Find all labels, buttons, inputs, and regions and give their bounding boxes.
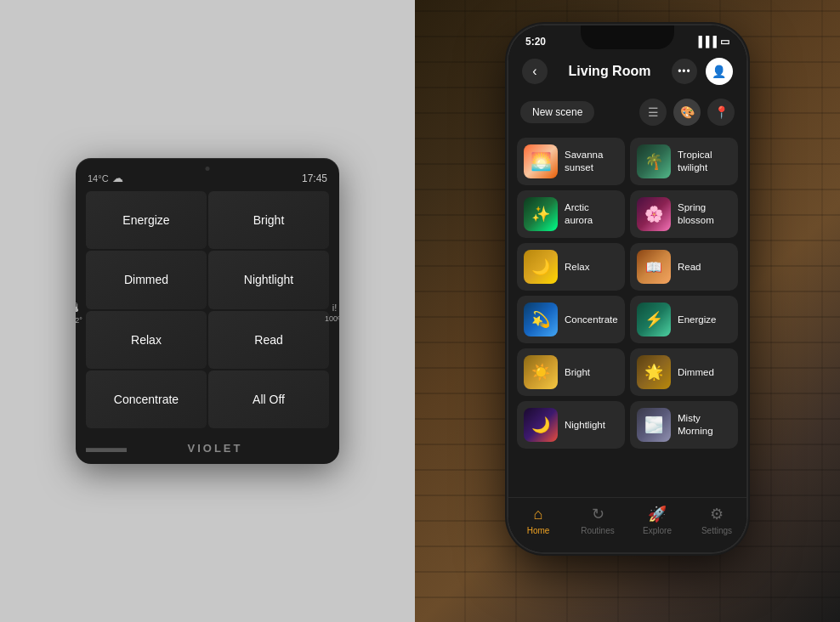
temp-label: 22° bbox=[76, 316, 82, 325]
left-panel: 14°C ☁ 17:45 🌡 22° i! 100% Energize Brig… bbox=[0, 0, 415, 622]
home-label: Home bbox=[527, 526, 550, 535]
battery-icon: ▭ bbox=[720, 36, 729, 48]
phone-nav: ‹ Living Room ••• 👤 bbox=[508, 51, 746, 92]
cloud-icon: ☁ bbox=[112, 172, 123, 184]
explore-label: Explore bbox=[643, 526, 672, 535]
left-side-indicator: 🌡 22° bbox=[76, 301, 82, 325]
scene-label-nightlight: Nightlight bbox=[565, 419, 605, 432]
avatar-icon: 👤 bbox=[712, 65, 726, 78]
scene-row-1: Savanna sunset Tropical twilight bbox=[517, 138, 738, 185]
nav-routines[interactable]: ↻ Routines bbox=[568, 505, 627, 535]
routines-label: Routines bbox=[581, 526, 614, 535]
brightness-label: 100% bbox=[325, 314, 339, 323]
scene-card-nightlight[interactable]: Nightlight bbox=[517, 401, 625, 449]
scene-thumb-tropical-twilight bbox=[637, 144, 671, 178]
weather-info: 14°C ☁ bbox=[88, 172, 123, 184]
scene-card-arctic-aurora[interactable]: Arctic aurora bbox=[517, 190, 625, 238]
device-top-bar bbox=[76, 158, 339, 168]
scene-card-misty-morning[interactable]: Misty Morning bbox=[630, 401, 738, 449]
phone-container: 5:20 ▐▐▐ ▭ ‹ Living Room ••• 👤 bbox=[508, 25, 746, 552]
scene-thumb-relax bbox=[524, 250, 558, 284]
scene-thumb-concentrate bbox=[524, 303, 558, 336]
scene-card-energize[interactable]: Energize bbox=[630, 296, 738, 343]
nav-explore[interactable]: 🚀 Explore bbox=[627, 505, 687, 535]
nav-settings[interactable]: ⚙ Settings bbox=[687, 505, 746, 535]
temperature-display: 14°C bbox=[88, 173, 109, 184]
toolbar-icons: ☰ 🎨 📍 bbox=[639, 99, 735, 126]
room-title: Living Room bbox=[569, 64, 651, 79]
scene-card-relax[interactable]: Relax bbox=[517, 243, 625, 291]
time-display: 17:45 bbox=[302, 172, 327, 184]
scene-thumb-dimmed bbox=[637, 355, 671, 389]
scene-thumb-read bbox=[637, 250, 671, 284]
energize-button[interactable]: Energize bbox=[86, 191, 207, 249]
bright-button[interactable]: Bright bbox=[208, 191, 329, 249]
scene-card-dimmed[interactable]: Dimmed bbox=[630, 348, 738, 396]
scene-list: Savanna sunset Tropical twilight Arctic … bbox=[508, 133, 746, 497]
phone-frame: 5:20 ▐▐▐ ▭ ‹ Living Room ••• 👤 bbox=[508, 25, 746, 552]
list-view-button[interactable]: ☰ bbox=[639, 99, 667, 126]
scene-thumb-spring-blossom bbox=[637, 197, 671, 231]
scene-label-misty-morning: Misty Morning bbox=[678, 412, 731, 438]
scene-card-spring-blossom[interactable]: Spring blossom bbox=[630, 190, 738, 238]
concentrate-button[interactable]: Concentrate bbox=[86, 370, 207, 428]
read-button[interactable]: Read bbox=[208, 311, 329, 369]
scene-label-arctic-aurora: Arctic aurora bbox=[565, 201, 618, 227]
back-button[interactable]: ‹ bbox=[522, 59, 548, 84]
scene-row-3: Relax Read bbox=[517, 243, 738, 291]
list-icon: ☰ bbox=[648, 105, 659, 119]
scene-label-relax: Relax bbox=[565, 261, 589, 274]
location-button[interactable]: 📍 bbox=[707, 99, 735, 126]
thermometer-icon: 🌡 bbox=[76, 301, 82, 314]
phone-bottom-nav: ⌂ Home ↻ Routines 🚀 Explore ⚙ Settings bbox=[508, 497, 746, 552]
scene-card-savanna-sunset[interactable]: Savanna sunset bbox=[517, 138, 625, 185]
all-off-button[interactable]: All Off bbox=[208, 370, 329, 428]
device-grid: 🌡 22° i! 100% Energize Bright Dimmed Nig… bbox=[76, 189, 339, 435]
scene-card-bright[interactable]: Bright bbox=[517, 348, 625, 396]
scene-label-spring-blossom: Spring blossom bbox=[678, 201, 731, 227]
scene-card-tropical-twilight[interactable]: Tropical twilight bbox=[630, 138, 738, 185]
right-panel: 5:20 ▐▐▐ ▭ ‹ Living Room ••• 👤 bbox=[415, 0, 840, 622]
scene-label-tropical-twilight: Tropical twilight bbox=[678, 149, 731, 174]
settings-icon: ⚙ bbox=[710, 505, 724, 523]
settings-label: Settings bbox=[701, 526, 732, 535]
scene-row-4: Concentrate Energize bbox=[517, 296, 738, 343]
scene-thumb-bright bbox=[524, 355, 558, 389]
scene-card-concentrate[interactable]: Concentrate bbox=[517, 296, 625, 343]
grid-view-button[interactable]: 🎨 bbox=[673, 99, 701, 126]
avatar[interactable]: 👤 bbox=[706, 58, 733, 85]
device-name-label: VIOLET bbox=[188, 442, 243, 455]
explore-icon: 🚀 bbox=[648, 505, 667, 523]
scene-thumb-energize bbox=[637, 303, 671, 336]
scene-card-read[interactable]: Read bbox=[630, 243, 738, 291]
more-button[interactable]: ••• bbox=[672, 59, 697, 84]
scene-toolbar: New scene ☰ 🎨 📍 bbox=[508, 92, 746, 133]
scene-label-bright: Bright bbox=[565, 366, 590, 379]
scene-thumb-misty-morning bbox=[637, 408, 671, 442]
status-time: 5:20 bbox=[525, 36, 546, 48]
dimmed-button[interactable]: Dimmed bbox=[86, 251, 207, 308]
scene-label-read: Read bbox=[678, 261, 701, 274]
scene-row-2: Arctic aurora Spring blossom bbox=[517, 190, 738, 238]
brightness-icon: i! bbox=[332, 303, 338, 313]
nightlight-button[interactable]: Nightlight bbox=[208, 251, 329, 308]
palette-icon: 🎨 bbox=[680, 105, 695, 119]
device-bottom: ▬▬▬ VIOLET bbox=[76, 435, 339, 464]
scene-label-concentrate: Concentrate bbox=[565, 314, 618, 326]
scene-label-energize: Energize bbox=[678, 314, 716, 326]
equalizer-icon: ▬▬▬ bbox=[86, 440, 127, 455]
device-status: 14°C ☁ 17:45 bbox=[76, 168, 339, 189]
status-right: ▐▐▐ ▭ bbox=[695, 36, 729, 48]
new-scene-button[interactable]: New scene bbox=[520, 101, 594, 123]
routines-icon: ↻ bbox=[592, 505, 604, 523]
scene-label-dimmed: Dimmed bbox=[678, 366, 714, 379]
scene-thumb-savanna-sunset bbox=[524, 144, 558, 178]
phone-notch bbox=[581, 25, 674, 49]
scene-thumb-nightlight bbox=[524, 408, 558, 442]
nav-home[interactable]: ⌂ Home bbox=[508, 506, 568, 535]
scene-label-savanna-sunset: Savanna sunset bbox=[565, 149, 618, 174]
relax-button[interactable]: Relax bbox=[86, 311, 207, 369]
phone-screen: 5:20 ▐▐▐ ▭ ‹ Living Room ••• 👤 bbox=[508, 25, 746, 552]
scene-thumb-arctic-aurora bbox=[524, 197, 558, 231]
wall-device: 14°C ☁ 17:45 🌡 22° i! 100% Energize Brig… bbox=[76, 158, 339, 464]
